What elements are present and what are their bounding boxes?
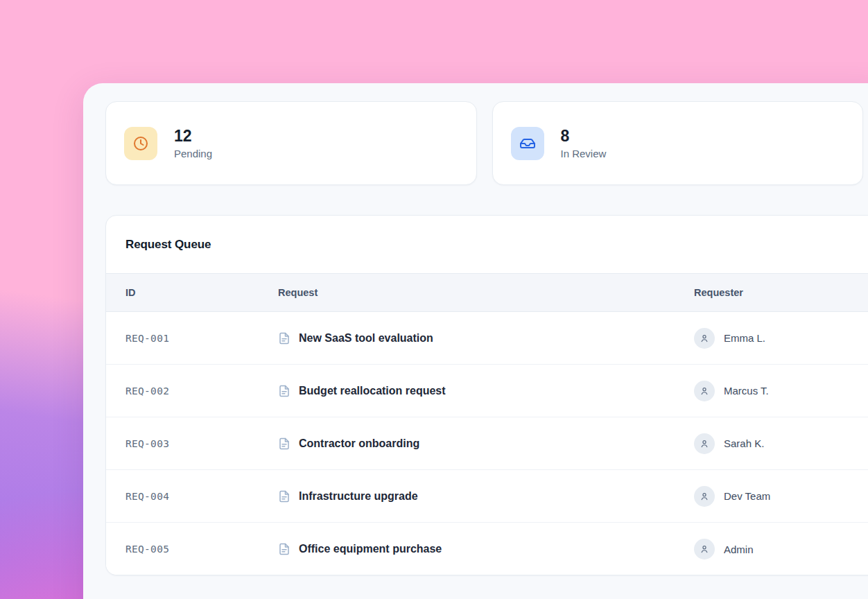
request-title: Contractor onboarding — [299, 437, 419, 450]
requester-cell: Dev Team — [694, 486, 862, 507]
in-review-label: In Review — [561, 148, 607, 159]
clock-icon — [124, 127, 157, 160]
table-header-row: ID Request Requester — [106, 273, 868, 312]
pending-label: Pending — [174, 148, 212, 159]
table-body: REQ-001 New SaaS tool evaluation Emma L. — [106, 312, 868, 575]
avatar — [694, 486, 715, 507]
column-header-requester: Requester — [694, 287, 862, 298]
document-icon — [278, 490, 290, 503]
in-review-count: 8 — [561, 127, 607, 145]
avatar — [694, 539, 715, 559]
requester-name: Emma L. — [724, 332, 765, 344]
table-row[interactable]: REQ-002 Budget reallocation request Marc… — [106, 365, 868, 417]
request-id: REQ-005 — [125, 544, 278, 555]
table-row[interactable]: REQ-001 New SaaS tool evaluation Emma L. — [106, 312, 868, 365]
main-panel: 12 Pending 8 In Review Reque — [83, 83, 868, 599]
document-icon — [278, 385, 290, 397]
stat-text: 8 In Review — [561, 127, 607, 159]
inbox-icon — [511, 127, 544, 160]
stat-card-in-review: 8 In Review — [492, 101, 864, 185]
request-queue-card: Request Queue ID Request Requester REQ-0… — [105, 215, 868, 575]
requester-name: Marcus T. — [724, 385, 769, 397]
column-header-id: ID — [125, 287, 278, 298]
requester-cell: Emma L. — [694, 328, 862, 349]
avatar — [694, 328, 715, 349]
request-cell: Contractor onboarding — [278, 437, 694, 450]
document-icon — [278, 332, 290, 345]
request-cell: New SaaS tool evaluation — [278, 332, 694, 345]
document-icon — [278, 543, 290, 555]
requester-cell: Marcus T. — [694, 381, 862, 401]
stats-row: 12 Pending 8 In Review — [105, 101, 863, 185]
request-title: Office equipment purchase — [299, 543, 442, 555]
request-id: REQ-001 — [125, 333, 278, 344]
requester-cell: Sarah K. — [694, 433, 862, 454]
requester-cell: Admin — [694, 539, 862, 559]
avatar — [694, 381, 715, 401]
request-cell: Office equipment purchase — [278, 543, 694, 555]
requester-name: Dev Team — [724, 490, 770, 502]
column-header-request: Request — [278, 287, 694, 298]
request-title: Budget reallocation request — [299, 385, 446, 397]
desktop-background: 12 Pending 8 In Review Reque — [0, 0, 868, 599]
request-cell: Infrastructure upgrade — [278, 490, 694, 503]
card-title: Request Queue — [125, 238, 211, 252]
request-title: Infrastructure upgrade — [299, 490, 418, 503]
request-title: New SaaS tool evaluation — [299, 332, 433, 345]
table-row[interactable]: REQ-003 Contractor onboarding Sarah K. — [106, 417, 868, 470]
request-id: REQ-003 — [125, 438, 278, 449]
request-id: REQ-004 — [125, 491, 278, 502]
request-cell: Budget reallocation request — [278, 385, 694, 397]
table-row[interactable]: REQ-005 Office equipment purchase Admin — [106, 523, 868, 575]
pending-count: 12 — [174, 127, 212, 145]
stat-card-pending: 12 Pending — [105, 101, 477, 185]
document-icon — [278, 437, 290, 450]
table-row[interactable]: REQ-004 Infrastructure upgrade Dev Team — [106, 470, 868, 523]
avatar — [694, 433, 715, 454]
card-header: Request Queue — [106, 216, 868, 273]
stat-text: 12 Pending — [174, 127, 212, 159]
request-id: REQ-002 — [125, 385, 278, 397]
requester-name: Admin — [724, 544, 754, 555]
requester-name: Sarah K. — [724, 437, 764, 449]
